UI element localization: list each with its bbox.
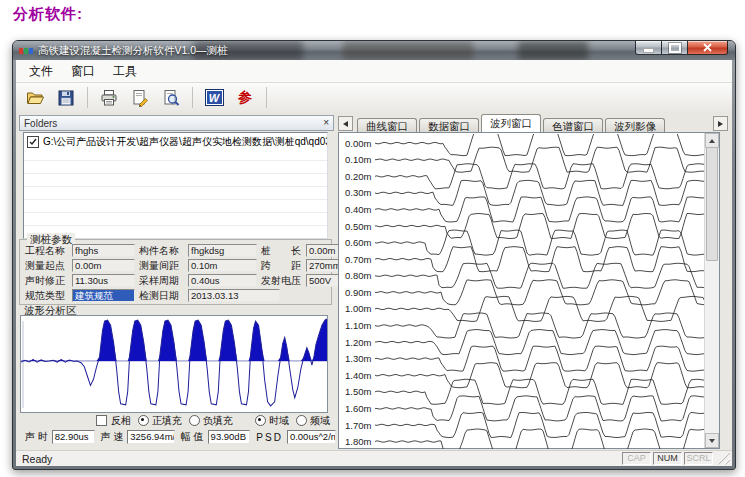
wavetrain-trace: [375, 214, 707, 239]
depth-label: 0.70m: [345, 254, 371, 265]
folders-panel-header: Folders ×: [19, 115, 334, 131]
tab-spectrum-window[interactable]: 色谱窗口: [543, 118, 603, 132]
field-label: 构件名称: [139, 244, 188, 258]
depth-label: 1.80m: [345, 436, 371, 447]
readout-field[interactable]: 0.00us^2/m: [287, 430, 336, 444]
scroll-down-button[interactable]: [705, 433, 719, 448]
maximize-icon: [669, 43, 681, 53]
depth-label: 1.30m: [345, 353, 371, 364]
invert-label: 反相: [111, 414, 131, 428]
radio-positive-fill[interactable]: 正填充: [138, 414, 182, 428]
waveform-controls: 反相 正填充负填充 时域频域: [96, 414, 336, 427]
list-row-divider: [24, 173, 327, 174]
field-value: fhgkdsg: [188, 244, 257, 257]
checkbox-checked-icon[interactable]: [27, 136, 39, 148]
print-button[interactable]: [96, 85, 122, 111]
wavetrain-trace: [375, 230, 707, 255]
wavetrain-panel[interactable]: 0.00m0.10m0.20m0.30m0.40m0.50m0.60m0.70m…: [338, 132, 720, 449]
field-value: 2013.03.13: [188, 289, 280, 302]
print-preview-button[interactable]: [158, 85, 184, 111]
field-label: 桩 长: [261, 244, 306, 258]
folders-list[interactable]: G:\公司产品设计开发\超声仪器\超声仪实地检测数据\测桩qd\qd03\qd0…: [23, 132, 328, 239]
readout-field[interactable]: 3256.94m/s: [127, 430, 175, 444]
field-value: 0.00m: [72, 259, 135, 272]
status-bar: Ready CAP NUM SCRL: [16, 450, 732, 466]
wavetrain-trace: [375, 263, 707, 288]
menu-window[interactable]: 窗口: [62, 61, 104, 82]
invert-checkbox[interactable]: [96, 415, 107, 426]
radio-label: 负填充: [203, 414, 233, 428]
scrollbar-thumb[interactable]: [706, 147, 718, 261]
field-label: 测量起点: [25, 259, 72, 273]
scroll-up-button[interactable]: [705, 133, 719, 148]
field-label: 跨 距: [261, 259, 306, 273]
arrow-down-icon: [709, 439, 715, 443]
parameter-icon: 参: [238, 89, 252, 107]
waveform-plot[interactable]: [20, 315, 328, 413]
open-button[interactable]: [22, 85, 48, 111]
list-row-divider: [24, 199, 327, 200]
wavetrain-trace: [375, 379, 707, 404]
wavetrain-trace: [375, 363, 707, 388]
depth-label: 1.00m: [345, 303, 371, 314]
tab-data-window[interactable]: 数据窗口: [419, 118, 479, 132]
window-body: 文件 窗口 工具: [16, 60, 732, 466]
minimize-icon: [643, 48, 654, 53]
field-label: 发射电压: [261, 274, 306, 288]
close-button[interactable]: [688, 41, 728, 55]
readout-field[interactable]: 82.90us: [52, 430, 95, 444]
readout-field[interactable]: 93.90dB: [208, 430, 251, 444]
report-button[interactable]: [127, 85, 153, 111]
tab-wavetrain-window[interactable]: 波列窗口: [481, 114, 541, 132]
menu-tools[interactable]: 工具: [104, 61, 146, 82]
depth-label: 0.20m: [345, 171, 371, 182]
wavetrain-trace: [375, 164, 707, 189]
measurement-readouts: 声 时82.90us声 速3256.94m/s幅 值93.90dBPSD0.00…: [23, 430, 336, 444]
tab-wavetrain-image[interactable]: 波列影像: [605, 118, 665, 132]
radio-frequency-domain[interactable]: 频域: [296, 414, 330, 428]
wavetrain-trace: [375, 147, 707, 172]
wavetrain-trace: [375, 280, 707, 305]
field-label: 规范类型: [25, 289, 72, 303]
resize-grip[interactable]: [718, 453, 730, 465]
radio-time-domain[interactable]: 时域: [255, 414, 289, 428]
depth-label: 1.10m: [345, 320, 371, 331]
field-label: 工程名称: [25, 244, 72, 258]
maximize-button[interactable]: [662, 41, 688, 55]
minimize-button[interactable]: [635, 41, 662, 55]
tab-scroll-right-button[interactable]: [713, 116, 728, 131]
parameter-button[interactable]: 参: [232, 85, 258, 111]
analysis-waveform: [21, 316, 327, 412]
word-export-button[interactable]: W: [201, 85, 227, 111]
right-panel: 曲线窗口数据窗口波列窗口色谱窗口波列影像 0.00m0.10m0.20m0.30…: [338, 112, 728, 451]
app-window: 高铁建设混凝土检测分析软件V1.0—测桩 文件 窗口 工具: [12, 40, 736, 470]
screenshot-root: 分析软件: 高铁建设混凝土检测分析软件V1.0—测桩 文件 窗口 工具: [0, 0, 745, 477]
wavetrain-trace: [375, 247, 707, 272]
arrow-up-icon: [709, 139, 715, 143]
radio-label: 正填充: [152, 414, 182, 428]
depth-label: 0.10m: [345, 154, 371, 165]
field-value: 11.30us: [72, 274, 135, 287]
param-row: 声时修正11.30us采样周期0.40us发射电压500V: [25, 274, 328, 287]
tab-curve-window[interactable]: 曲线窗口: [357, 118, 417, 132]
radio-icon: [296, 415, 307, 426]
toolbar: W 参: [16, 83, 732, 113]
chevron-left-icon: [343, 121, 348, 127]
menu-file[interactable]: 文件: [20, 61, 62, 82]
readout-label: 幅 值: [181, 430, 204, 444]
folder-item[interactable]: G:\公司产品设计开发\超声仪器\超声仪实地检测数据\测桩qd\qd03\qd0…: [24, 133, 327, 151]
titlebar[interactable]: 高铁建设混凝土检测分析软件V1.0—测桩: [13, 41, 735, 60]
word-icon: W: [205, 89, 224, 106]
tab-scroll-left-button[interactable]: [338, 116, 353, 131]
folders-close-icon[interactable]: ×: [323, 118, 329, 128]
vertical-scrollbar[interactable]: [704, 133, 719, 448]
chevron-right-icon: [718, 121, 723, 127]
radio-negative-fill[interactable]: 负填充: [189, 414, 233, 428]
wavetrain-trace: [375, 134, 707, 156]
wavetrain-trace: [375, 413, 707, 438]
document-edit-icon: [130, 88, 150, 108]
field-label: 采样周期: [139, 274, 188, 288]
save-button[interactable]: [53, 85, 79, 111]
wavetrain-trace: [375, 330, 707, 355]
radio-label: 时域: [269, 414, 289, 428]
